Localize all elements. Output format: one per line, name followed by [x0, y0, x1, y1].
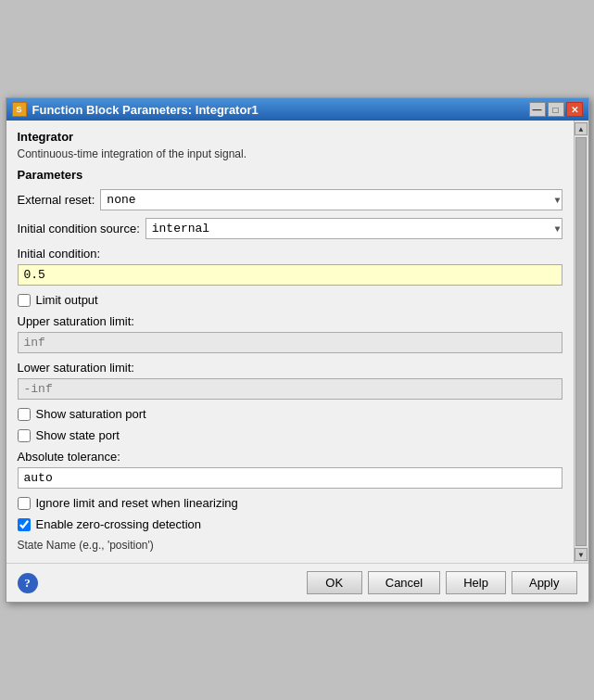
lower-saturation-input[interactable]: [18, 378, 562, 400]
close-button[interactable]: ✕: [566, 102, 583, 117]
help-button[interactable]: Help: [446, 571, 506, 594]
ok-button[interactable]: OK: [307, 571, 362, 594]
show-saturation-port-label[interactable]: Show saturation port: [36, 407, 146, 421]
initial-condition-source-label: Initial condition source:: [18, 222, 140, 235]
cancel-button[interactable]: Cancel: [368, 571, 440, 594]
ignore-limit-reset-checkbox[interactable]: [18, 497, 31, 510]
form-content: Integrator Continuous-time integration o…: [6, 121, 574, 563]
scroll-down-button[interactable]: ▼: [575, 548, 588, 561]
initial-condition-source-container: internal external ▼: [145, 218, 562, 239]
minimize-button[interactable]: —: [529, 102, 546, 117]
enable-zero-crossing-checkbox[interactable]: [18, 518, 31, 531]
external-reset-container: none rising falling either level ▼: [100, 189, 562, 210]
content-area: Integrator Continuous-time integration o…: [6, 121, 588, 563]
scrollbar[interactable]: ▲ ▼: [574, 121, 588, 563]
title-buttons: — □ ✕: [529, 102, 583, 117]
help-icon-button[interactable]: ?: [18, 573, 38, 593]
scroll-thumb[interactable]: [575, 137, 587, 546]
limit-output-label[interactable]: Limit output: [36, 293, 98, 307]
block-description: Continuous-time integration of the input…: [18, 147, 562, 160]
app-icon: S: [12, 102, 27, 117]
lower-saturation-label: Lower saturation limit:: [18, 361, 562, 375]
initial-condition-label: Initial condition:: [18, 247, 562, 261]
block-name: Integrator: [18, 130, 562, 144]
absolute-tolerance-input[interactable]: [18, 467, 562, 489]
scroll-up-button[interactable]: ▲: [575, 122, 588, 135]
show-saturation-port-row: Show saturation port: [18, 407, 562, 421]
enable-zero-crossing-label[interactable]: Enable zero-crossing detection: [36, 517, 202, 531]
state-name-label: State Name (e.g., 'position'): [18, 539, 562, 552]
initial-condition-source-row: Initial condition source: internal exter…: [18, 218, 562, 239]
main-content: Integrator Continuous-time integration o…: [6, 121, 574, 563]
external-reset-row: External reset: none rising falling eith…: [18, 189, 562, 210]
upper-saturation-input[interactable]: [18, 332, 562, 353]
ignore-limit-reset-label[interactable]: Ignore limit and reset when linearizing: [36, 496, 238, 510]
apply-button[interactable]: Apply: [512, 571, 577, 594]
title-bar-left: S Function Block Parameters: Integrator1: [12, 102, 259, 117]
maximize-button[interactable]: □: [548, 102, 564, 117]
limit-output-row: Limit output: [18, 293, 562, 307]
initial-condition-source-dropdown[interactable]: internal external: [145, 218, 562, 239]
ignore-limit-reset-row: Ignore limit and reset when linearizing: [18, 496, 562, 510]
show-saturation-port-checkbox[interactable]: [18, 408, 31, 421]
show-state-port-row: Show state port: [18, 428, 562, 442]
footer: ? OK Cancel Help Apply: [6, 563, 588, 602]
show-state-port-checkbox[interactable]: [18, 429, 31, 442]
dialog-window: S Function Block Parameters: Integrator1…: [6, 97, 589, 603]
absolute-tolerance-label: Absolute tolerance:: [18, 450, 562, 464]
initial-condition-input[interactable]: [18, 264, 562, 286]
limit-output-checkbox[interactable]: [18, 294, 31, 307]
upper-saturation-label: Upper saturation limit:: [18, 314, 562, 328]
show-state-port-label[interactable]: Show state port: [36, 428, 120, 442]
external-reset-dropdown[interactable]: none rising falling either level: [100, 189, 562, 210]
params-label: Parameters: [18, 168, 562, 182]
enable-zero-crossing-row: Enable zero-crossing detection: [18, 517, 562, 531]
title-bar: S Function Block Parameters: Integrator1…: [6, 98, 588, 121]
external-reset-label: External reset:: [18, 193, 95, 207]
dialog-title: Function Block Parameters: Integrator1: [32, 103, 259, 117]
footer-buttons: OK Cancel Help Apply: [307, 571, 577, 594]
